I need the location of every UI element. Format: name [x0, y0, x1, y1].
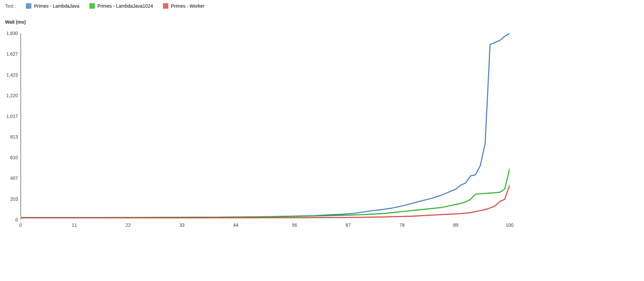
- y-tick-label: 610: [10, 155, 21, 160]
- x-tick-label: 22: [126, 220, 131, 228]
- legend: Test : Primes - LambdaJava Primes - Lamb…: [5, 3, 205, 9]
- y-tick-label: 1,017: [6, 114, 21, 119]
- y-tick-label: 1,627: [6, 51, 21, 57]
- chart-container: Test : Primes - LambdaJava Primes - Lamb…: [0, 0, 644, 281]
- x-tick-label: 56: [292, 220, 297, 228]
- legend-item-worker: Primes - Worker: [163, 3, 205, 9]
- y-tick-label: 407: [10, 175, 21, 181]
- legend-swatch-icon: [26, 3, 31, 9]
- series-line: [21, 185, 510, 218]
- series-line: [21, 33, 510, 217]
- legend-item-label: Primes - LambdaJava: [34, 3, 79, 9]
- y-tick-label: 203: [10, 196, 21, 202]
- legend-item-lambdajava1024: Primes - LambdaJava1024: [89, 3, 153, 9]
- x-tick-label: 0: [19, 220, 22, 228]
- x-tick-label: 44: [233, 220, 239, 228]
- legend-item-lambdajava: Primes - LambdaJava: [26, 3, 79, 9]
- y-tick-label: 1,830: [6, 31, 21, 36]
- legend-item-label: Primes - LambdaJava1024: [97, 3, 153, 9]
- legend-swatch-icon: [163, 3, 168, 9]
- y-tick-label: 813: [10, 134, 21, 140]
- y-axis-title: Wait (ms): [5, 19, 26, 25]
- y-tick-label: 1,220: [6, 93, 21, 98]
- legend-item-label: Primes - Worker: [171, 3, 205, 9]
- x-tick-label: 89: [453, 220, 459, 228]
- plot-area: 02034076108131,0171,2201,4231,6271,83001…: [21, 33, 510, 220]
- x-tick-label: 11: [72, 220, 77, 228]
- x-tick-label: 67: [346, 220, 351, 228]
- legend-swatch-icon: [89, 3, 95, 9]
- x-tick-label: 100: [506, 220, 513, 228]
- legend-title: Test :: [5, 3, 16, 9]
- x-tick-label: 78: [400, 220, 405, 228]
- series-line: [21, 169, 510, 218]
- chart-svg: [21, 33, 510, 220]
- y-tick-label: 1,423: [6, 72, 21, 78]
- x-tick-label: 33: [179, 220, 185, 228]
